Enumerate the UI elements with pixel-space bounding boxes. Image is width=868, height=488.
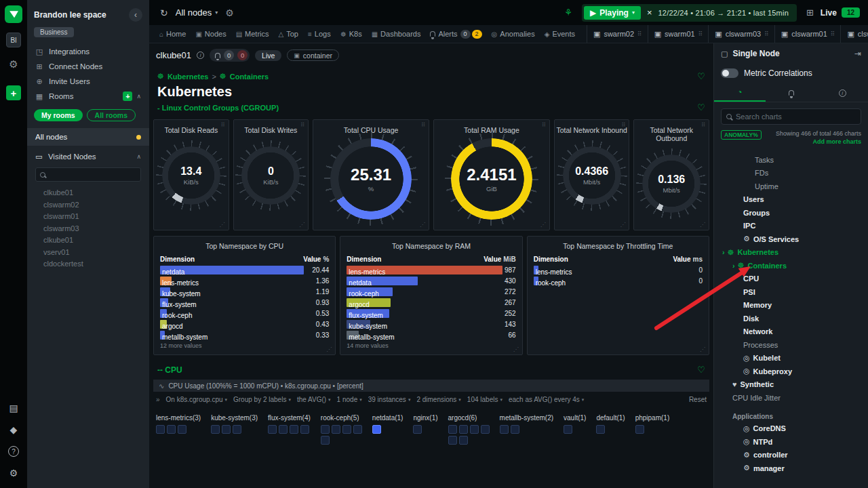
tab-metrics[interactable]: ▤Metrics <box>231 25 274 43</box>
table-row[interactable]: netdata20.44 <box>160 265 329 275</box>
settings-icon[interactable]: ⚙ <box>9 468 18 479</box>
metric-correlations-toggle[interactable] <box>721 68 738 78</box>
chart-group-label[interactable]: netdata(1) <box>372 414 403 422</box>
table-row[interactable]: rook-ceph272 <box>347 287 515 297</box>
drag-handle-icon[interactable]: ⠿ <box>300 123 304 128</box>
drag-handle-icon[interactable]: ⠿ <box>764 30 768 37</box>
toolbar-item[interactable]: 1 node▾ <box>337 396 362 403</box>
playing-button[interactable]: ▶ Playing ▾ <box>584 6 641 20</box>
sidebar-search[interactable] <box>35 167 141 182</box>
table-row[interactable]: lens-metrics0 <box>534 265 703 275</box>
drag-handle-icon[interactable]: ⠿ <box>637 30 642 37</box>
chart-instance-cell[interactable] <box>279 425 288 434</box>
chart-instance-cell[interactable] <box>268 425 277 434</box>
chart-group-label[interactable]: nginx(1) <box>413 414 437 422</box>
gear-icon[interactable]: ⚙ <box>9 58 18 70</box>
table-row[interactable]: lens-metrics987 <box>347 265 515 275</box>
visited-node[interactable]: cldockertest <box>27 258 149 270</box>
heart-outline-icon[interactable]: ♡ <box>697 102 705 113</box>
menu-item-memory[interactable]: Memory <box>714 299 868 312</box>
resize-handle-icon[interactable]: ⋰ <box>700 222 705 228</box>
drag-handle-icon[interactable]: ⠿ <box>701 123 705 128</box>
grid-icon[interactable]: ⊞ <box>806 7 814 18</box>
chart-instance-cell[interactable] <box>342 425 351 434</box>
chart-instance-cell[interactable] <box>290 425 298 434</box>
chart-instance-cell[interactable] <box>500 425 509 434</box>
chart-group-label[interactable]: kube-system(3) <box>211 414 258 422</box>
node-alerts-badge[interactable]: 0 0 <box>210 49 250 62</box>
drag-handle-icon[interactable]: ⠿ <box>622 123 626 128</box>
table-row[interactable]: argocd0.43 <box>160 319 329 329</box>
chart-instance-cell[interactable] <box>321 425 330 434</box>
tab-anomalies[interactable]: ◎Anomalies <box>487 25 540 43</box>
refresh-icon[interactable]: ↻ <box>160 7 168 18</box>
table-row[interactable]: kube-system143 <box>347 319 515 329</box>
chart-group-label[interactable]: argocd(6) <box>448 414 490 422</box>
sidebar-search-input[interactable] <box>49 171 136 178</box>
tab-k8s[interactable]: ☸K8s <box>336 25 367 43</box>
chart-instance-cell[interactable] <box>156 425 165 434</box>
chart-instance-cell[interactable] <box>448 425 457 434</box>
resize-handle-icon[interactable]: ⋰ <box>513 347 519 352</box>
table-row[interactable]: metallb-system66 <box>347 330 515 340</box>
menu-item-cpu-idle-jitter[interactable]: CPU Idle Jitter <box>714 391 868 405</box>
toolbar-item[interactable]: Group by 2 labels▾ <box>233 396 291 403</box>
menu-item-fds[interactable]: FDs <box>714 167 868 180</box>
menu-item-network[interactable]: Network <box>714 325 868 339</box>
resize-handle-icon[interactable]: ⋰ <box>420 222 425 228</box>
node-tab-clswarm02[interactable]: ▣clswarm02⠿ <box>840 25 868 43</box>
resize-handle-icon[interactable]: ⋰ <box>620 222 625 228</box>
chart-group-label[interactable]: metallb-system(2) <box>500 414 553 422</box>
toolbar-item[interactable]: 2 dimensions▾ <box>416 396 460 403</box>
workspace-avatar[interactable]: Bl <box>6 33 21 47</box>
visited-node[interactable]: clkube01 <box>27 235 149 247</box>
netdata-logo-icon[interactable] <box>5 5 22 23</box>
reset-button[interactable]: Reset <box>689 396 707 403</box>
add-room-button[interactable]: + <box>123 92 132 101</box>
table-row[interactable]: rook-ceph0 <box>534 276 703 286</box>
resize-handle-icon[interactable]: ⋰ <box>700 347 705 352</box>
chart-instance-cell[interactable] <box>448 436 457 445</box>
close-icon[interactable]: × <box>647 7 652 18</box>
chart-group-label[interactable]: flux-system(4) <box>268 414 311 422</box>
menu-item-kubelet[interactable]: ◎Kubelet <box>714 352 868 365</box>
resize-handle-icon[interactable]: ⋰ <box>299 222 304 228</box>
node-tab-clswarm01[interactable]: ▣clswarm01⠿ <box>774 25 841 43</box>
breadcrumb-containers[interactable]: Containers <box>230 73 269 81</box>
table-row[interactable]: lens-metrics1.36 <box>160 276 329 286</box>
chart-instance-cell[interactable] <box>564 425 572 434</box>
node-tab-swarm01[interactable]: ▣swarm01⠿ <box>648 25 709 43</box>
toolbar-item[interactable]: 104 labels▾ <box>467 396 502 403</box>
chart-instance-cell[interactable] <box>167 425 176 434</box>
menu-item-synthetic[interactable]: ♥Synthetic <box>714 378 868 392</box>
chart-group-label[interactable]: phpipam(1) <box>635 414 670 422</box>
node-tab-swarm02[interactable]: ▣swarm02⠿ <box>587 25 648 43</box>
menu-item-containers[interactable]: ›☸Containers <box>714 259 868 272</box>
chart-search[interactable] <box>721 108 861 125</box>
visited-node[interactable]: clswarm02 <box>27 199 149 211</box>
chart-instance-cell[interactable] <box>300 425 309 434</box>
heart-outline-icon[interactable]: ♡ <box>697 71 705 81</box>
chart-instance-cell[interactable] <box>332 425 340 434</box>
chart-instance-cell[interactable] <box>470 425 479 434</box>
menu-item-cpu[interactable]: CPU <box>714 272 868 286</box>
my-rooms-tab[interactable]: My rooms <box>34 109 83 121</box>
all-rooms-tab[interactable]: All rooms <box>87 109 136 121</box>
visited-nodes-header[interactable]: ▭ Visited Nodes ∧ <box>27 148 149 165</box>
breadcrumb-kubernetes[interactable]: Kubernetes <box>167 73 209 81</box>
tab-alerts[interactable] <box>766 84 817 102</box>
table-row[interactable]: netdata430 <box>347 276 515 286</box>
menu-item-groups[interactable]: Groups <box>714 206 868 220</box>
add-space-button[interactable]: + <box>6 85 21 100</box>
toolbar-collapse-icon[interactable]: » <box>156 396 160 403</box>
menu-item-processes[interactable]: Processes <box>714 338 868 352</box>
chart-instance-cell[interactable] <box>372 425 381 434</box>
sidebar-item-invite-users[interactable]: ⊕Invite Users <box>27 74 149 89</box>
menu-item-ntpd[interactable]: ◎NTPd <box>714 435 868 449</box>
resize-handle-icon[interactable]: ⋰ <box>540 222 546 228</box>
chart-instance-cell[interactable] <box>635 425 644 434</box>
date-range-picker[interactable]: 12/22/24 • 21:06 → 21:21 • last 15min <box>658 9 789 17</box>
menu-item-disk[interactable]: Disk <box>714 312 868 325</box>
chart-instance-cell[interactable] <box>353 425 362 434</box>
gift-icon[interactable]: ▤ <box>9 403 18 413</box>
